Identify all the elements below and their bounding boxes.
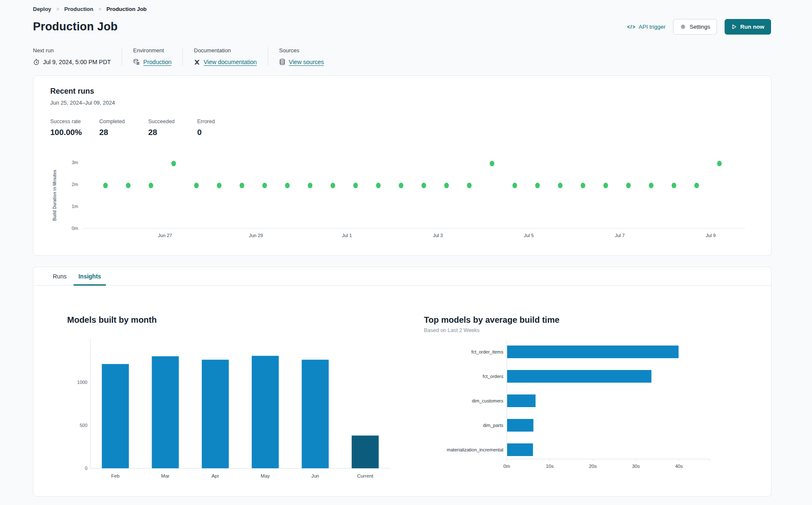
documentation-label: Documentation bbox=[194, 47, 257, 54]
run-data-point bbox=[239, 183, 244, 188]
environment-icon bbox=[133, 59, 140, 65]
month-bar bbox=[302, 360, 329, 468]
breadcrumb-production[interactable]: Production bbox=[64, 6, 93, 12]
run-data-point bbox=[626, 183, 631, 188]
svg-text:Jun 27: Jun 27 bbox=[158, 233, 172, 238]
model-bar bbox=[507, 346, 679, 358]
breadcrumb-production-job: Production Job bbox=[106, 6, 147, 12]
run-data-point bbox=[194, 183, 199, 188]
model-label: dim_customers bbox=[472, 398, 503, 403]
page-title: Production Job bbox=[33, 20, 118, 33]
month-bar bbox=[252, 356, 279, 468]
model-label: fct_order_items bbox=[471, 349, 503, 354]
gear-icon bbox=[680, 24, 686, 30]
chart-canvas: 0m10s20s30s40sfct_order_itemsfct_ordersd… bbox=[424, 338, 736, 481]
run-data-point bbox=[444, 183, 449, 188]
production-job-page: Deploy > Production > Production Job Pro… bbox=[0, 0, 812, 505]
run-data-point bbox=[285, 183, 290, 188]
settings-button[interactable]: Settings bbox=[673, 19, 717, 35]
model-label: fct_orders bbox=[483, 374, 503, 379]
recent-runs-date-range: Jun 25, 2024–Jul 09, 2024 bbox=[50, 100, 754, 106]
run-data-point bbox=[399, 183, 403, 188]
run-data-point bbox=[103, 183, 108, 188]
clock-icon bbox=[33, 59, 40, 65]
run-data-point bbox=[126, 183, 130, 188]
models-built-by-month-section: Models built by month 05001000FebMarAprM… bbox=[67, 315, 405, 484]
models-built-by-month-chart: 05001000FebMarAprMayJunCurrent bbox=[67, 334, 405, 484]
month-bar bbox=[202, 360, 229, 468]
tab-bar: Runs Insights bbox=[33, 267, 771, 286]
run-data-point bbox=[603, 183, 608, 188]
tab-runs[interactable]: Runs bbox=[47, 267, 73, 285]
stat-completed: Completed 28 bbox=[99, 119, 148, 137]
view-documentation-link[interactable]: View documentation bbox=[204, 59, 257, 65]
next-run-label: Next run bbox=[33, 47, 111, 54]
svg-text:Jul 3: Jul 3 bbox=[433, 233, 443, 238]
month-bar bbox=[102, 364, 129, 468]
svg-text:Jul 9: Jul 9 bbox=[706, 233, 716, 238]
breadcrumb-deploy[interactable]: Deploy bbox=[33, 6, 51, 12]
top-models-section: Top models by average build time Based o… bbox=[424, 315, 745, 484]
svg-text:Mar: Mar bbox=[161, 473, 170, 478]
top-models-title: Top models by average build time bbox=[424, 315, 745, 325]
recent-runs-card: Recent runs Jun 25, 2024–Jul 09, 2024 Su… bbox=[33, 76, 771, 256]
model-bar bbox=[507, 443, 533, 456]
job-info-row: Next run Jul 9, 2024, 5:00 PM PDT En bbox=[33, 47, 812, 65]
model-label: materialization_incremental bbox=[447, 447, 503, 452]
api-trigger-link[interactable]: </> API trigger bbox=[627, 24, 665, 30]
svg-text:40s: 40s bbox=[675, 464, 683, 469]
settings-label: Settings bbox=[690, 24, 710, 30]
tab-insights[interactable]: Insights bbox=[73, 267, 107, 285]
run-data-point bbox=[171, 161, 176, 166]
recent-runs-title: Recent runs bbox=[50, 87, 754, 96]
svg-text:500: 500 bbox=[80, 423, 87, 428]
view-sources-link[interactable]: View sources bbox=[289, 59, 324, 65]
run-data-point bbox=[649, 183, 654, 188]
svg-text:Jul 7: Jul 7 bbox=[615, 233, 625, 238]
run-data-point bbox=[694, 183, 699, 188]
svg-text:Apr: Apr bbox=[212, 473, 219, 478]
next-run-section: Next run Jul 9, 2024, 5:00 PM PDT bbox=[33, 47, 122, 65]
svg-text:0: 0 bbox=[85, 466, 87, 471]
svg-text:10s: 10s bbox=[546, 464, 554, 469]
model-label: dim_parts bbox=[483, 423, 504, 428]
chevron-right-icon: > bbox=[98, 6, 101, 12]
run-data-point bbox=[421, 183, 426, 188]
svg-text:30s: 30s bbox=[632, 464, 640, 469]
run-data-point bbox=[535, 183, 540, 188]
top-models-chart: 0m10s20s30s40sfct_order_itemsfct_ordersd… bbox=[424, 338, 745, 483]
svg-text:Feb: Feb bbox=[111, 473, 119, 478]
database-icon bbox=[279, 59, 285, 65]
chevron-right-icon: > bbox=[56, 6, 59, 12]
svg-text:Jul 5: Jul 5 bbox=[524, 233, 534, 238]
next-run-value: Jul 9, 2024, 5:00 PM PDT bbox=[43, 59, 111, 65]
run-data-point bbox=[717, 161, 722, 166]
run-data-point bbox=[581, 183, 585, 188]
models-built-by-month-title: Models built by month bbox=[67, 315, 405, 325]
environment-label: Environment bbox=[133, 47, 171, 54]
run-data-point bbox=[376, 183, 380, 188]
svg-text:Jun: Jun bbox=[311, 473, 319, 478]
top-models-subtitle: Based on Last 2 Weeks bbox=[424, 327, 745, 333]
run-data-point bbox=[490, 161, 494, 166]
svg-text:Build Duration in Minutes: Build Duration in Minutes bbox=[52, 170, 57, 221]
stat-errored: Errored 0 bbox=[197, 119, 246, 137]
month-bar bbox=[352, 435, 379, 468]
sources-section: Sources View sources bbox=[268, 47, 335, 65]
chart-canvas: Build Duration in Minutes0m1m2m3mJun 27J… bbox=[50, 148, 753, 246]
insights-card: Runs Insights Models built by month 0500… bbox=[33, 267, 771, 497]
svg-text:2m: 2m bbox=[72, 182, 78, 187]
svg-text:Jun 29: Jun 29 bbox=[249, 233, 263, 238]
run-data-point bbox=[558, 183, 562, 188]
svg-text:1000: 1000 bbox=[77, 380, 87, 385]
run-now-button[interactable]: Run now bbox=[725, 19, 771, 35]
environment-link[interactable]: Production bbox=[143, 59, 171, 65]
svg-text:1m: 1m bbox=[72, 204, 78, 209]
svg-text:Current: Current bbox=[357, 473, 374, 478]
run-data-point bbox=[671, 183, 676, 188]
run-data-point bbox=[149, 183, 153, 188]
run-now-label: Run now bbox=[740, 24, 764, 30]
code-icon: </> bbox=[627, 24, 635, 30]
stat-succeeded: Succeeded 28 bbox=[148, 119, 197, 137]
environment-section: Environment bbox=[122, 47, 182, 65]
